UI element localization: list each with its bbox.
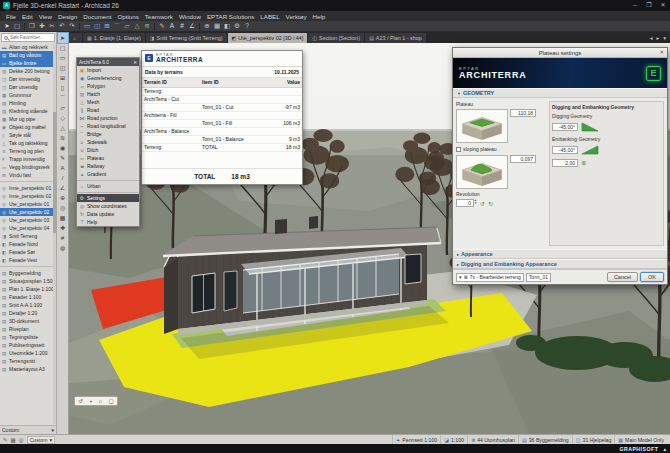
list-item[interactable]: ◧Fasade Sør [0, 248, 56, 256]
palette-item[interactable]: ?Help [77, 218, 139, 226]
appearance-section-header[interactable]: ▸ Appearance [453, 249, 667, 259]
toolbar-icon[interactable]: △ [132, 21, 142, 31]
list-item[interactable]: ▤Situasjonsplan 1:500 [0, 277, 56, 285]
tool-icon[interactable]: ◎ [58, 203, 68, 213]
tool-icon[interactable]: ▯ [58, 83, 68, 93]
menu-item[interactable]: Window [176, 13, 204, 20]
quickbar-icon[interactable]: ◎ [19, 437, 24, 443]
ok-button[interactable]: OK [640, 272, 664, 282]
tool-icon[interactable]: ▱ [58, 103, 68, 113]
tool-icon[interactable]: ✚ [58, 223, 68, 233]
menu-item[interactable]: File [3, 13, 19, 20]
tool-icon[interactable]: ▩ [58, 213, 68, 223]
nav-icon[interactable]: ▢ [109, 398, 114, 404]
tool-icon[interactable]: ≋ [58, 133, 68, 143]
menu-item[interactable]: EPTAR Solutions [204, 13, 257, 20]
view-tab[interactable]: ▦1. Etasje (1. Etasje) [83, 33, 145, 43]
menu-item[interactable]: Help [310, 13, 329, 20]
list-item[interactable]: ▤Terrengsnitt [0, 357, 56, 365]
tool-icon[interactable]: # [58, 233, 68, 243]
toolbar-icon[interactable] [154, 23, 155, 30]
toolbar-icon[interactable]: ✚ [37, 21, 47, 31]
quick-option-segment[interactable]: ≣44 Utomhusplan [467, 435, 518, 444]
list-item[interactable]: ▤Tegningsliste [0, 333, 56, 341]
toolbar-icon[interactable]: ✎ [157, 21, 167, 31]
nav-icon[interactable]: ↺ [78, 398, 83, 404]
toolbar-icon[interactable]: ⌒ [112, 21, 122, 31]
custom-dropdown[interactable]: Custom ▾ [27, 436, 55, 444]
view-tab[interactable]: ◩Ute_perspektiv 02 [3D i 44] [228, 33, 308, 43]
toolbar-icon[interactable]: ✂ [47, 21, 57, 31]
list-item[interactable]: ≋Terreng og plen [0, 147, 56, 155]
favorites-search[interactable] [1, 33, 55, 42]
list-item[interactable]: ◎Ute_perspektiv 01 [0, 200, 56, 208]
close-icon[interactable]: ✕ [133, 60, 137, 65]
list-item[interactable]: ▤Fasader 1:100 [0, 293, 56, 301]
tool-icon[interactable]: ◍ [58, 243, 68, 253]
list-item[interactable]: ⊞Vindu fast [0, 171, 56, 179]
toolbar-icon[interactable]: ↷ [67, 21, 77, 31]
palette-item[interactable]: ⚙Settings [77, 194, 139, 202]
dialog-titlebar[interactable]: Plateau settings ✕ [453, 48, 667, 58]
maximize-button[interactable]: ❐ [642, 0, 656, 11]
tool-icon[interactable]: ◫ [58, 63, 68, 73]
palette-item[interactable]: △Mesh [77, 98, 139, 106]
plateau-height-field[interactable]: 110,18 [510, 109, 536, 117]
palette-titlebar[interactable]: ArchiTerra 6.0 ✕ [77, 58, 139, 66]
toolbar-icon[interactable]: ⊕ [202, 21, 212, 31]
palette-item[interactable] [77, 178, 139, 181]
toolbar-icon[interactable]: # [177, 21, 187, 31]
list-item[interactable]: ▤Riveplan [0, 325, 56, 333]
quickbar-icon[interactable]: ✎ [3, 437, 8, 443]
palette-item[interactable]: ≣Railway [77, 162, 139, 170]
palette-item[interactable]: ▣Import [77, 66, 139, 74]
tool-icon[interactable]: ▭ [58, 53, 68, 63]
palette-item[interactable]: ≡Sidewalk [77, 138, 139, 146]
list-item[interactable]: ▨Kledning stående [0, 107, 56, 115]
close-icon[interactable]: ✕ [659, 49, 664, 55]
toolbar-icon[interactable]: ▭ [82, 21, 92, 31]
menu-item[interactable]: Teamwork [142, 13, 176, 20]
toolbar-icon[interactable]: ⊞ [102, 21, 112, 31]
palette-item[interactable]: ▭Plateau [77, 154, 139, 162]
palette-item[interactable]: ▨Hatch [77, 90, 139, 98]
list-item[interactable]: ≡Trapp innvendig [0, 155, 56, 163]
cancel-button[interactable]: Cancel [607, 272, 638, 282]
toolbar-icon[interactable] [24, 23, 25, 30]
list-item[interactable]: ◫Dør utvendig [0, 83, 56, 91]
rotate-cw-icon[interactable]: ↻ [488, 200, 493, 207]
list-item[interactable]: ◎Ute_perspektiv 04 [0, 224, 56, 232]
list-item[interactable]: ▤Uteområde 1:200 [0, 349, 56, 357]
quick-option-segment[interactable]: ▤36 Byggemelding [518, 435, 572, 444]
palette-item[interactable]: ∪Ditch [77, 146, 139, 154]
menu-item[interactable]: Options [114, 13, 141, 20]
tool-icon[interactable]: △ [58, 123, 68, 133]
toolbar-icon[interactable]: ⚙ [232, 21, 242, 31]
palette-item[interactable]: ◎Show coordinates [77, 202, 139, 210]
tool-icon[interactable]: ⌒ [58, 93, 68, 103]
sloping-plateau-checkbox[interactable] [456, 147, 461, 152]
revolution-field[interactable]: 0 [456, 199, 474, 207]
tabbar-action-icon[interactable]: ▸ [656, 35, 659, 41]
toolbar-icon[interactable]: ➤ [2, 21, 12, 31]
tool-icon[interactable]: ✎ [58, 153, 68, 163]
tool-icon[interactable]: ⊞ [58, 73, 68, 83]
quickbar-icon[interactable]: ▦ [11, 437, 16, 443]
view-tab[interactable]: ⌂ [69, 33, 82, 43]
tool-icon[interactable]: ⊕ [58, 193, 68, 203]
tool-icon[interactable]: ▢ [58, 43, 68, 53]
quick-option-segment[interactable]: ◪1:100 [440, 435, 467, 444]
embanking-angle-field[interactable]: -45,00° [552, 146, 578, 154]
list-item[interactable]: ▦Grunnmur [0, 91, 56, 99]
palette-item[interactable]: ▱Polygon [77, 82, 139, 90]
toolbar-icon[interactable] [199, 23, 200, 30]
toolbar-icon[interactable]: A [167, 21, 177, 31]
palette-item[interactable]: ~Road longitudinal [77, 122, 139, 130]
quick-option-segment[interactable]: ◫31 Hjelpelag [572, 435, 615, 444]
quick-option-segment[interactable]: ✒Pennsett 1:100 [392, 435, 440, 444]
tool-icon[interactable]: ∠ [58, 183, 68, 193]
list-item[interactable]: ◎Inne_perspektiv 02 [0, 192, 56, 200]
toolbar-icon[interactable]: ? [242, 21, 252, 31]
nav-icon[interactable]: ⌂ [99, 398, 102, 404]
quick-option-segment[interactable]: ▦Main Model Only [614, 435, 667, 444]
